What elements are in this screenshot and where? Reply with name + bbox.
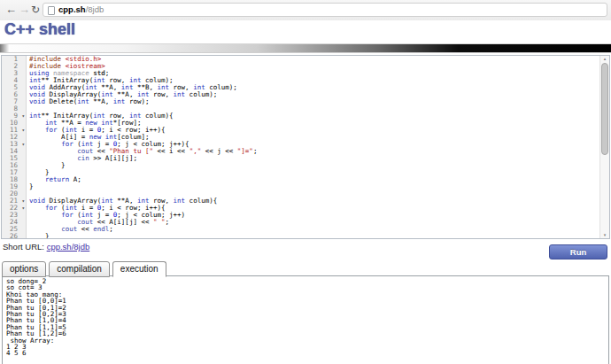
site-logo: C++ shell xyxy=(4,20,75,39)
editor-gutter: 123456789▾1011▾1213▾1415161718192021▾22▾… xyxy=(2,56,27,238)
code-line: #include <stdio.h> xyxy=(29,56,600,63)
url-text: cpp.sh/8jdb xyxy=(58,4,104,15)
output-line: Phan tu [1,0]=4 xyxy=(6,317,605,323)
scroll-down-icon[interactable]: ▾ xyxy=(600,232,609,238)
page-icon xyxy=(48,6,55,15)
output-line: Phan tu [1,2]=6 xyxy=(6,330,605,337)
reload-icon[interactable]: ↻ xyxy=(31,2,40,18)
code-line: void Delete(int **A, int row); xyxy=(29,98,600,105)
output-line: Phan tu [0,2]=3 xyxy=(6,311,605,317)
back-icon[interactable]: ← xyxy=(5,2,17,18)
output-line: so cot= 3 xyxy=(6,284,605,290)
scrollbar-thumb[interactable] xyxy=(601,63,608,155)
tab-execution[interactable]: execution xyxy=(112,261,166,277)
url-host: cpp.sh xyxy=(58,4,86,14)
output-line: Phan tu [1,1]=5 xyxy=(6,324,605,330)
code-editor[interactable]: 123456789▾1011▾1213▾1415161718192021▾22▾… xyxy=(1,55,610,239)
output-line: 1 2 3 xyxy=(6,344,605,350)
fold-arrow-icon[interactable]: ▾ xyxy=(21,141,25,148)
fold-arrow-icon[interactable]: ▾ xyxy=(21,127,25,134)
output-line: Phan tu [0,1]=2 xyxy=(6,305,605,311)
code-line: cout << A[i][j] << " "; xyxy=(29,219,600,226)
fold-arrow-icon[interactable]: ▾ xyxy=(21,205,25,212)
forward-icon[interactable]: → xyxy=(19,2,30,18)
editor-code[interactable]: #include <stdio.h>#include <iostream>usi… xyxy=(29,56,600,238)
execution-output-panel[interactable]: so dong= 2so cot= 3Khoi tao mang:Phan tu… xyxy=(2,275,609,364)
scroll-up-icon[interactable]: ▴ xyxy=(600,56,609,62)
code-line: #include <iostream> xyxy=(29,63,600,70)
code-line: } xyxy=(29,162,600,169)
address-bar[interactable]: cpp.sh/8jdb xyxy=(43,3,607,17)
code-line: return A; xyxy=(29,176,600,183)
run-button[interactable]: Run xyxy=(549,244,607,259)
gradient-divider-bar xyxy=(0,44,611,53)
fold-arrow-icon[interactable]: ▾ xyxy=(21,197,25,205)
code-line: } xyxy=(29,183,600,190)
code-line: } xyxy=(29,169,600,176)
fold-arrow-icon[interactable]: ▾ xyxy=(21,112,25,120)
tab-compilation[interactable]: compilation xyxy=(49,261,110,277)
output-line: Khoi tao mang: xyxy=(6,291,605,298)
url-path: /8jdb xyxy=(86,4,104,14)
tab-options[interactable]: options xyxy=(2,261,46,277)
browser-toolbar: ← → ↻ cpp.sh/8jdb xyxy=(0,0,611,21)
output-line: show Array: xyxy=(6,337,605,344)
code-line: cout << endl; xyxy=(29,226,600,233)
short-url-label: Short URL: xyxy=(3,242,44,252)
site-header: C++ shell xyxy=(0,20,611,44)
output-line: 4 5 6 xyxy=(6,350,605,356)
short-url-row: Short URL: cpp.sh/8jdb xyxy=(3,242,89,252)
line-number: 26 xyxy=(2,233,26,238)
code-line: } xyxy=(29,233,600,238)
editor-scrollbar[interactable]: ▴ ▾ xyxy=(599,56,609,238)
output-line: so dong= 2 xyxy=(6,278,605,284)
output-line: Phan tu [0,0]=1 xyxy=(6,298,605,304)
code-line: cin >> A[i][j]; xyxy=(29,155,600,162)
result-tabs: optionscompilationexecution xyxy=(2,261,169,276)
short-url-link[interactable]: cpp.sh/8jdb xyxy=(47,242,90,252)
